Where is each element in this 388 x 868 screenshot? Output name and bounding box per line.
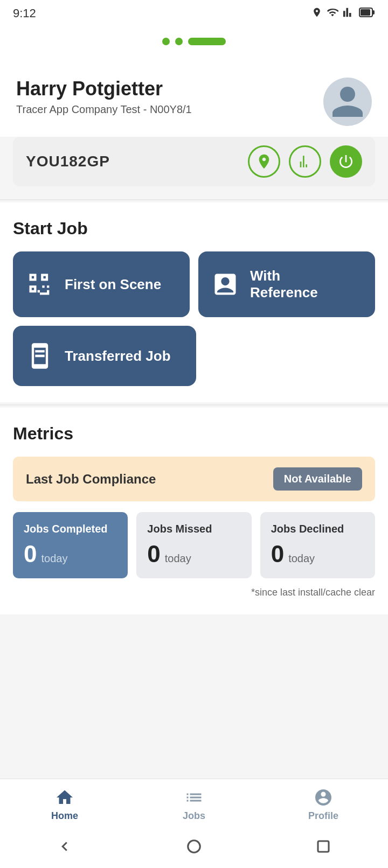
jobs-completed-unit: today [41, 552, 67, 565]
compliance-bar: Last Job Compliance Not Available [13, 457, 375, 501]
home-icon [55, 788, 74, 807]
svg-rect-1 [361, 9, 370, 16]
jobs-missed-card: Jobs Missed 0 today [136, 512, 251, 578]
with-reference-label: WithReference [250, 268, 318, 301]
wifi-status-icon [327, 6, 338, 20]
jobs-missed-title: Jobs Missed [147, 523, 240, 535]
jobs-completed-card: Jobs Completed 0 today [13, 512, 128, 578]
profile-section: Harry Potgietter Tracer App Company Test… [0, 61, 388, 137]
job-buttons-row-1: First on Scene WithReference [13, 251, 375, 317]
profile-name: Harry Potgietter [16, 78, 323, 100]
metrics-cards-row: Jobs Completed 0 today Jobs Missed 0 tod… [13, 512, 375, 578]
vehicle-icons [248, 145, 362, 178]
nav-profile[interactable]: Profile [259, 788, 388, 822]
metrics-title: Metrics [13, 424, 375, 444]
profile-info: Harry Potgietter Tracer App Company Test… [16, 78, 323, 116]
bar-chart-icon [296, 153, 314, 170]
nav-home-label: Home [51, 810, 78, 822]
svg-point-3 [188, 841, 200, 853]
metrics-section: Metrics Last Job Compliance Not Availabl… [0, 408, 388, 614]
profile-company: Tracer App Company Test - N00Y8/1 [16, 103, 323, 116]
location-status-icon [311, 7, 322, 20]
power-icon-button[interactable] [330, 145, 362, 178]
vehicle-badge: YOU182GP [13, 137, 375, 186]
nav-profile-label: Profile [308, 810, 338, 822]
jobs-declined-title: Jobs Declined [271, 523, 364, 535]
reference-icon [211, 270, 239, 298]
status-time: 9:12 [13, 6, 36, 20]
progress-bar-3 [188, 38, 226, 45]
jobs-declined-value-row: 0 today [271, 541, 364, 568]
start-job-title: Start Job [13, 219, 375, 239]
jobs-icon [184, 788, 204, 807]
signal-status-icon [343, 6, 355, 20]
nav-jobs-label: Jobs [183, 810, 205, 822]
svg-rect-4 [318, 841, 329, 852]
profile-icon [314, 788, 333, 807]
avatar [323, 78, 372, 126]
compliance-status-badge: Not Available [273, 467, 362, 491]
back-arrow-icon [57, 838, 73, 855]
jobs-completed-title: Jobs Completed [24, 523, 117, 535]
location-icon-button[interactable] [248, 145, 280, 178]
jobs-declined-card: Jobs Declined 0 today [260, 512, 375, 578]
square-icon [315, 838, 331, 855]
android-nav-bar [0, 827, 388, 868]
android-back-button[interactable] [54, 836, 75, 857]
android-home-button[interactable] [183, 836, 205, 857]
qr-code-icon [26, 270, 54, 298]
transferred-job-button[interactable]: Transferred Job [13, 326, 196, 386]
android-recent-button[interactable] [313, 836, 334, 857]
vehicle-id: YOU182GP [26, 153, 110, 170]
power-icon [337, 153, 355, 170]
svg-rect-2 [372, 10, 375, 15]
compliance-label: Last Job Compliance [26, 472, 156, 487]
jobs-missed-unit: today [165, 552, 191, 565]
jobs-declined-unit: today [288, 552, 315, 565]
cache-note: *since last install/cache clear [13, 587, 375, 598]
start-job-section: Start Job First on Scene WithReference [0, 202, 388, 402]
jobs-missed-number: 0 [147, 541, 160, 568]
progress-dot-2 [175, 38, 183, 45]
job-buttons-row-2: Transferred Job [13, 326, 375, 386]
battery-status-icon [359, 8, 375, 19]
nav-jobs[interactable]: Jobs [129, 788, 259, 822]
first-on-scene-button[interactable]: First on Scene [13, 251, 190, 317]
bottom-nav: Home Jobs Profile [0, 779, 388, 868]
job-buttons-container: First on Scene WithReference Transferred… [13, 251, 375, 386]
status-bar: 9:12 [0, 0, 388, 27]
transferred-job-label: Transferred Job [65, 348, 171, 365]
section-divider-2 [0, 404, 388, 405]
jobs-completed-number: 0 [24, 541, 37, 568]
location-icon [255, 153, 273, 170]
progress-dot-1 [162, 38, 170, 45]
progress-indicator [0, 27, 388, 61]
avatar-icon [329, 83, 366, 121]
jobs-declined-number: 0 [271, 541, 284, 568]
jobs-missed-value-row: 0 today [147, 541, 240, 568]
stats-icon-button[interactable] [289, 145, 321, 178]
first-on-scene-label: First on Scene [65, 276, 161, 293]
circle-icon [186, 838, 202, 855]
nav-items: Home Jobs Profile [0, 779, 388, 827]
with-reference-button[interactable]: WithReference [198, 251, 375, 317]
nav-home[interactable]: Home [0, 788, 129, 822]
transfer-icon [26, 342, 54, 370]
jobs-completed-value-row: 0 today [24, 541, 117, 568]
section-divider-1 [0, 199, 388, 200]
status-icons [311, 6, 375, 20]
